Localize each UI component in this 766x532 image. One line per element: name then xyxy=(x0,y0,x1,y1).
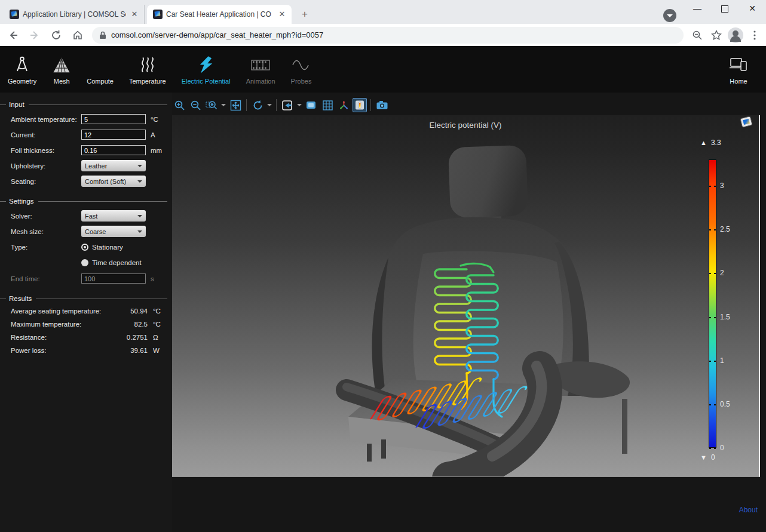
car-seat-3d-model xyxy=(172,115,760,477)
result-resistance: Resistance:0.2751Ω xyxy=(11,334,167,341)
show-grid-icon[interactable] xyxy=(320,98,335,112)
orientation-axes-icon[interactable] xyxy=(336,98,351,112)
zoom-out-icon[interactable] xyxy=(188,98,203,112)
about-link[interactable]: About xyxy=(739,506,758,514)
section-settings: Settings xyxy=(0,198,167,205)
comsol-favicon xyxy=(153,10,163,19)
avatar xyxy=(728,27,743,43)
current-input[interactable] xyxy=(81,130,146,140)
end-time-input xyxy=(81,273,146,284)
ribbon-animation-button[interactable]: Animation xyxy=(238,48,283,90)
color-legend-toggle-icon[interactable] xyxy=(353,98,367,112)
mesh-size-dropdown[interactable]: Coarse xyxy=(81,226,146,237)
browser-tab-strip: Application Library | COMSOL Se ✕ Car Se… xyxy=(0,0,766,24)
ribbon-mesh-button[interactable]: Mesh xyxy=(44,48,79,90)
colorbar-tick: 0.5 xyxy=(709,404,716,405)
app-ribbon: Geometry Mesh Compute Temperature Electr… xyxy=(0,46,766,93)
tab-close-icon[interactable]: ✕ xyxy=(130,10,139,19)
snapshot-camera-icon[interactable] xyxy=(375,98,389,112)
zoom-box-dropdown-icon[interactable] xyxy=(220,98,226,112)
window-minimize-button[interactable]: — xyxy=(684,0,711,18)
scene-light-icon[interactable] xyxy=(304,98,318,112)
profile-avatar[interactable] xyxy=(728,27,743,43)
seat-body xyxy=(347,145,630,477)
geometry-compass-icon xyxy=(13,54,31,76)
seating-dropdown[interactable]: Comfort (Soft) xyxy=(81,176,146,187)
ribbon-compute-button[interactable]: Compute xyxy=(79,48,121,90)
triangle-down-icon: ▼ xyxy=(700,454,707,461)
type-row-time-dependent: Time dependent xyxy=(11,257,167,268)
tab-title: Application Library | COMSOL Se xyxy=(23,10,126,19)
film-strip-icon xyxy=(250,54,271,76)
home-icon[interactable] xyxy=(69,27,86,44)
heat-waves-icon xyxy=(139,54,157,76)
tab-application-library[interactable]: Application Library | COMSOL Se ✕ xyxy=(4,5,145,24)
zoom-in-icon[interactable] xyxy=(172,98,186,112)
colorbar-min-marker: ▼0 xyxy=(700,453,715,462)
ribbon-geometry-button[interactable]: Geometry xyxy=(0,48,44,90)
parameters-panel: Input Ambient temperature: °C Current: A… xyxy=(0,93,172,532)
colorbar-tick: 3 xyxy=(709,186,716,186)
browser-menu-icon[interactable] xyxy=(747,27,762,43)
type-row-stationary: Type: Stationary xyxy=(11,241,167,253)
https-lock-icon xyxy=(99,31,106,39)
end-time-row: End time: s xyxy=(11,273,167,284)
home-devices-icon xyxy=(728,54,749,76)
colorbar-tick: 1.5 xyxy=(709,317,716,318)
application-window: Application Library | COMSOL Se ✕ Car Se… xyxy=(0,0,766,532)
mesh-triangle-icon xyxy=(52,54,71,76)
colorbar-tick: 1 xyxy=(709,361,716,361)
result-average-seating-temperature: Average seating temperature:50.94°C xyxy=(11,307,167,315)
stationary-radio[interactable] xyxy=(81,244,88,251)
default-view-icon[interactable] xyxy=(280,98,295,112)
solver-row: Solver: Fast xyxy=(11,210,167,222)
result-maximum-temperature: Maximum temperature:82.5°C xyxy=(11,321,167,328)
page-zoom-icon[interactable] xyxy=(690,27,705,43)
window-close-button[interactable]: ✕ xyxy=(739,0,766,18)
zoom-extents-icon[interactable] xyxy=(228,98,243,112)
time-dependent-radio[interactable] xyxy=(81,259,88,266)
default-view-dropdown-icon[interactable] xyxy=(296,98,302,112)
ambient-temperature-row: Ambient temperature: °C xyxy=(11,113,167,125)
mesh-size-row: Mesh size: Coarse xyxy=(11,226,167,237)
back-icon[interactable] xyxy=(5,27,22,44)
reload-icon[interactable] xyxy=(48,27,65,44)
ribbon-electric-potential-button[interactable]: Electric Potential xyxy=(174,48,238,90)
browser-update-icon[interactable] xyxy=(663,9,676,22)
graphics-canvas[interactable]: Electric potential (V) xyxy=(172,115,760,477)
zoom-box-icon[interactable] xyxy=(204,98,219,112)
section-results: Results xyxy=(0,295,167,302)
ambient-temperature-input[interactable] xyxy=(81,114,146,124)
solver-dropdown[interactable]: Fast xyxy=(81,210,146,222)
sine-wave-icon xyxy=(291,54,311,76)
tab-car-seat-heater[interactable]: Car Seat Heater Application | CO ✕ xyxy=(147,5,292,24)
colorbar-tick: 0 xyxy=(709,448,716,448)
graphics-toolbar xyxy=(172,96,391,114)
colorbar-tick: 2.5 xyxy=(709,229,716,230)
forward-icon[interactable] xyxy=(26,27,43,44)
lightning-bolt-icon xyxy=(198,54,215,76)
foil-thickness-input[interactable] xyxy=(81,145,146,155)
rotate-dropdown-icon[interactable] xyxy=(266,98,272,112)
ribbon-home-button[interactable]: Home xyxy=(721,48,756,90)
upholstery-row: Upholstery: Leather xyxy=(11,160,167,171)
comsol-app: Geometry Mesh Compute Temperature Electr… xyxy=(0,46,766,532)
rotate-view-icon[interactable] xyxy=(250,98,265,112)
foil-thickness-row: Foil thickness: mm xyxy=(11,144,167,156)
new-tab-button[interactable]: + xyxy=(298,7,312,21)
ribbon-probes-button[interactable]: Probes xyxy=(283,48,320,90)
section-input: Input xyxy=(0,101,167,108)
tab-close-icon[interactable]: ✕ xyxy=(277,10,287,19)
window-maximize-button[interactable] xyxy=(711,0,739,18)
url-omnibox[interactable]: comsol.com/server-demo/app/car_seat_heat… xyxy=(92,27,684,44)
result-power-loss: Power loss:39.61W xyxy=(11,347,167,354)
triangle-up-icon: ▲ xyxy=(700,139,707,146)
current-row: Current: A xyxy=(11,129,167,140)
colorbar-tick: 2 xyxy=(709,273,716,273)
comsol-favicon xyxy=(10,10,19,19)
ribbon-temperature-button[interactable]: Temperature xyxy=(121,48,174,90)
seating-row: Seating: Comfort (Soft) xyxy=(11,176,167,187)
url-text: comsol.com/server-demo/app/car_seat_heat… xyxy=(111,30,323,39)
bookmark-star-icon[interactable] xyxy=(709,27,724,43)
upholstery-dropdown[interactable]: Leather xyxy=(81,160,146,171)
